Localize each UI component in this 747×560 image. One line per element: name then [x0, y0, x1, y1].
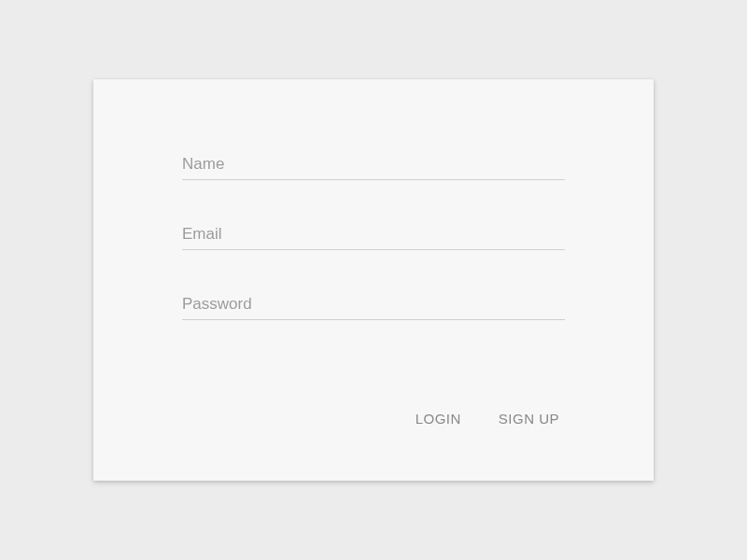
login-card: LOGIN SIGN UP [93, 79, 654, 481]
login-button[interactable]: LOGIN [410, 403, 467, 434]
name-field-wrapper [182, 149, 565, 180]
form-actions: LOGIN SIGN UP [182, 403, 565, 443]
password-input[interactable] [182, 289, 565, 320]
name-input[interactable] [182, 149, 565, 180]
signup-button[interactable]: SIGN UP [493, 403, 565, 434]
password-field-wrapper [182, 289, 565, 320]
email-input[interactable] [182, 219, 565, 250]
email-field-wrapper [182, 219, 565, 250]
